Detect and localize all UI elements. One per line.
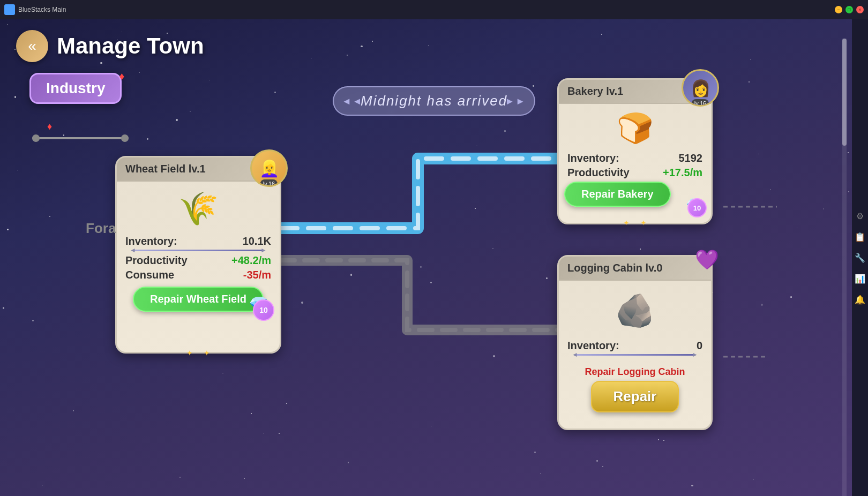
bakery-card-stars: ✦ ✦ bbox=[623, 219, 647, 227]
back-button[interactable]: « bbox=[16, 30, 48, 62]
scrollbar[interactable] bbox=[842, 39, 847, 496]
repair-wheat-label: Repair Wheat Field bbox=[150, 293, 246, 305]
repair-logging-label: Repair bbox=[613, 388, 657, 404]
logging-inventory-value: 0 bbox=[697, 340, 702, 352]
sidebar-icon-4[interactable]: 📊 bbox=[855, 274, 865, 284]
page-title: Manage Town bbox=[57, 33, 204, 59]
repair-logging-text: Repair Logging Cabin bbox=[559, 363, 711, 381]
wheat-card-stars: ✦ ✦ bbox=[186, 349, 210, 357]
page-header: « Manage Town bbox=[16, 30, 204, 62]
window-controls[interactable]: − □ × bbox=[835, 6, 864, 13]
industry-button[interactable]: Industry ♦ bbox=[29, 73, 122, 104]
logging-card-title: Logging Cabin lv.0 bbox=[567, 262, 662, 274]
repair-bakery-button[interactable]: Repair Bakery bbox=[564, 182, 671, 207]
right-sidebar: ⚙ 📋 🔧 📊 🔔 bbox=[852, 19, 868, 496]
bakery-repair-section: Repair Bakery 💎 10 bbox=[559, 185, 711, 215]
logging-purple-gem: 💜 bbox=[695, 249, 719, 271]
wheat-card-icon: 🌾 bbox=[117, 182, 280, 235]
wheat-inventory-row: Inventory: 10.1K bbox=[125, 235, 271, 247]
banner-arrow-right: ►► bbox=[505, 95, 526, 107]
wheat-icon: 🌾 bbox=[178, 190, 219, 228]
wheat-consume-value: -35/m bbox=[243, 269, 271, 281]
maximize-button[interactable]: □ bbox=[845, 6, 853, 13]
sidebar-icon-3[interactable]: 🔧 bbox=[855, 253, 865, 263]
wheat-productivity-value: +48.2/m bbox=[231, 254, 271, 267]
wheat-repair-cost: 10 bbox=[253, 299, 274, 321]
bakery-icon: 🍞 bbox=[617, 111, 654, 146]
logging-cabin-card[interactable]: Logging Cabin lv.0 💜 🪨 Inventory: 0 Repa… bbox=[557, 255, 713, 430]
midnight-text: Midnight has arrived bbox=[361, 93, 507, 109]
wheat-repair-section: Repair Wheat Field 💎 10 bbox=[117, 288, 280, 320]
bakery-star-right: ✦ bbox=[640, 219, 647, 227]
bakery-inventory-row: Inventory: 5192 bbox=[567, 152, 702, 164]
banner-arrow-left: ◄◄ bbox=[342, 95, 363, 107]
wheat-card-stats: Inventory: 10.1K Productivity +48.2/m Co… bbox=[117, 235, 280, 288]
back-icon: « bbox=[28, 37, 36, 55]
wheat-consume-row: Consume -35/m bbox=[125, 269, 271, 281]
wheat-inventory-label: Inventory: bbox=[125, 235, 177, 247]
bakery-card[interactable]: Bakery lv.1 👩 lv.16 🍞 Inventory: 5192 Pr… bbox=[557, 78, 713, 224]
fora-diamond-icon: ♦ bbox=[47, 121, 52, 132]
logging-card-header: Logging Cabin lv.0 bbox=[559, 257, 711, 281]
wheat-productivity-label: Productivity bbox=[125, 254, 188, 267]
wheat-consume-label: Consume bbox=[125, 269, 174, 281]
midnight-banner: ◄◄ Midnight has arrived ►► bbox=[333, 86, 535, 116]
close-button[interactable]: × bbox=[856, 6, 864, 13]
title-bar: BlueStacks Main − □ × bbox=[0, 0, 868, 19]
fora-slider[interactable] bbox=[32, 137, 129, 139]
app-name: BlueStacks Main bbox=[18, 6, 66, 13]
fora-name: Fora bbox=[86, 220, 116, 237]
industry-label: Industry bbox=[46, 80, 105, 96]
wheat-star-right: ✦ bbox=[204, 349, 210, 357]
sidebar-icon-5[interactable]: 🔔 bbox=[855, 295, 865, 305]
bakery-star-left: ✦ bbox=[623, 219, 630, 227]
logging-card-stats: Inventory: 0 bbox=[559, 340, 711, 363]
repair-bakery-label: Repair Bakery bbox=[581, 188, 654, 200]
bakery-avatar-level: lv.16 bbox=[692, 99, 709, 107]
logging-card-icon: 🪨 bbox=[559, 281, 711, 340]
repair-wheat-button[interactable]: Repair Wheat Field bbox=[133, 287, 264, 312]
wheat-star-left: ✦ bbox=[186, 349, 193, 357]
wheat-inventory-value: 10.1K bbox=[243, 235, 271, 247]
wheat-inventory-bar bbox=[134, 250, 263, 251]
logging-icon: 🪨 bbox=[615, 291, 655, 329]
bakery-productivity-value: +17.5/m bbox=[663, 167, 702, 179]
wheat-field-card[interactable]: Wheat Field lv.1 👱‍♀️ lv.16 🌾 Inventory:… bbox=[115, 156, 281, 354]
sidebar-icon-2[interactable]: 📋 bbox=[855, 232, 865, 242]
wheat-card-avatar: 👱‍♀️ lv.16 bbox=[250, 149, 288, 187]
bakery-inventory-value: 5192 bbox=[679, 152, 703, 164]
scrollbar-thumb[interactable] bbox=[842, 39, 847, 146]
game-area: « Manage Town Industry ♦ Fora ♦ ◄◄ Midni… bbox=[0, 19, 868, 496]
bakery-repair-cost: 10 bbox=[687, 198, 707, 217]
wheat-productivity-row: Productivity +48.2/m bbox=[125, 254, 271, 267]
app-logo bbox=[4, 4, 15, 15]
minimize-button[interactable]: − bbox=[835, 6, 842, 13]
logging-inventory-bar bbox=[576, 354, 694, 356]
bakery-card-title: Bakery lv.1 bbox=[567, 85, 623, 97]
bakery-productivity-label: Productivity bbox=[567, 167, 630, 179]
bakery-inventory-label: Inventory: bbox=[567, 152, 619, 164]
logging-inventory-row: Inventory: 0 bbox=[567, 340, 702, 352]
bakery-card-icon: 🍞 bbox=[559, 104, 711, 152]
bakery-productivity-row: Productivity +17.5/m bbox=[567, 167, 702, 179]
bakery-card-avatar: 👩 lv.16 bbox=[682, 69, 719, 107]
industry-diamond-icon: ♦ bbox=[119, 70, 124, 82]
wheat-card-title: Wheat Field lv.1 bbox=[125, 163, 206, 175]
sidebar-icon-1[interactable]: ⚙ bbox=[856, 211, 864, 221]
repair-logging-button[interactable]: Repair bbox=[591, 381, 679, 412]
wheat-avatar-level: lv.16 bbox=[260, 179, 278, 187]
logging-inventory-label: Inventory: bbox=[567, 340, 619, 352]
bakery-card-stats: Inventory: 5192 Productivity +17.5/m bbox=[559, 152, 711, 185]
